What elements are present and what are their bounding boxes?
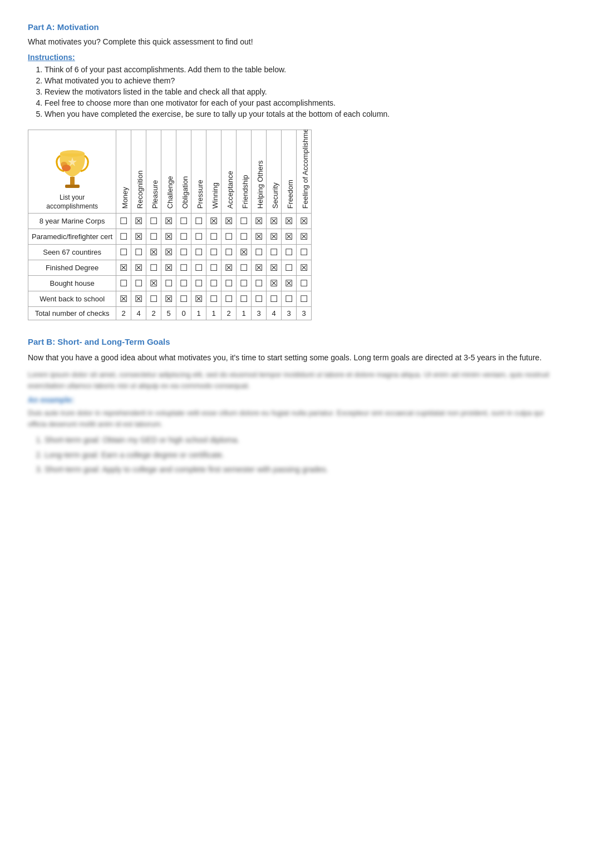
checkbox-cell-0-1[interactable]: ☒ [131, 214, 146, 229]
col-friendship: Friendship [237, 130, 252, 214]
checkbox-cell-3-1[interactable]: ☒ [131, 260, 146, 276]
checkbox-cell-0-8[interactable]: ☐ [237, 214, 252, 229]
checkbox-cell-5-9[interactable]: ☐ [252, 291, 267, 307]
checkbox-cell-2-0[interactable]: ☐ [116, 245, 131, 260]
checkbox-cell-4-9[interactable]: ☐ [252, 276, 267, 291]
trophy-cell: List youraccomplishments [28, 130, 116, 214]
checkbox-cell-2-9[interactable]: ☐ [252, 245, 267, 260]
checkbox-cell-1-1[interactable]: ☒ [131, 229, 146, 245]
checkbox-cell-2-10[interactable]: ☐ [267, 245, 282, 260]
checkbox-cell-5-8[interactable]: ☐ [237, 291, 252, 307]
checkbox-cell-0-2[interactable]: ☐ [146, 214, 161, 229]
checkbox-cell-5-5[interactable]: ☒ [191, 291, 206, 307]
blurred-list-item-2: Long-term goal: Earn a college degree or… [45, 449, 563, 461]
checkbox-cell-4-8[interactable]: ☐ [237, 276, 252, 291]
checkbox-cell-3-7[interactable]: ☒ [221, 260, 237, 276]
checkbox-cell-3-6[interactable]: ☐ [206, 260, 221, 276]
checkbox-cell-4-2[interactable]: ☒ [146, 276, 161, 291]
checkbox-cell-0-4[interactable]: ☐ [176, 214, 191, 229]
checkbox-cell-5-6[interactable]: ☐ [206, 291, 221, 307]
part-a-title: Part A: Motivation [28, 22, 563, 32]
checkbox-cell-4-11[interactable]: ☒ [282, 276, 297, 291]
checkbox-cell-3-9[interactable]: ☒ [252, 260, 267, 276]
checkbox-cell-1-3[interactable]: ☒ [161, 229, 176, 245]
checkbox-cell-0-6[interactable]: ☒ [206, 214, 221, 229]
checkbox-cell-2-2[interactable]: ☒ [146, 245, 161, 260]
row-label-4: Bought house [28, 276, 116, 291]
checkbox-cell-3-3[interactable]: ☒ [161, 260, 176, 276]
checkbox-cell-4-5[interactable]: ☐ [191, 276, 206, 291]
checkbox-cell-3-5[interactable]: ☐ [191, 260, 206, 276]
motivation-table-wrapper: List youraccomplishments Money Recogniti… [28, 130, 563, 320]
row-label-1: Paramedic/firefighter cert [28, 229, 116, 245]
checkbox-cell-4-4[interactable]: ☐ [176, 276, 191, 291]
checkbox-cell-0-9[interactable]: ☒ [252, 214, 267, 229]
checkbox-cell-3-11[interactable]: ☐ [282, 260, 297, 276]
checkbox-cell-2-8[interactable]: ☒ [237, 245, 252, 260]
checkbox-cell-3-0[interactable]: ☒ [116, 260, 131, 276]
part-b-section: Part B: Short- and Long-Term Goals Now t… [28, 337, 563, 475]
checkbox-cell-1-12[interactable]: ☒ [297, 229, 312, 245]
checkbox-cell-5-2[interactable]: ☐ [146, 291, 161, 307]
checkbox-cell-4-7[interactable]: ☐ [221, 276, 237, 291]
checkbox-cell-0-10[interactable]: ☒ [267, 214, 282, 229]
checkbox-cell-4-6[interactable]: ☐ [206, 276, 221, 291]
checkbox-cell-1-5[interactable]: ☐ [191, 229, 206, 245]
checkbox-cell-1-8[interactable]: ☐ [237, 229, 252, 245]
total-2: 2 [146, 307, 161, 320]
checkbox-cell-0-7[interactable]: ☒ [221, 214, 237, 229]
checkbox-cell-1-6[interactable]: ☐ [206, 229, 221, 245]
checkbox-cell-5-1[interactable]: ☒ [131, 291, 146, 307]
motivation-table: List youraccomplishments Money Recogniti… [28, 130, 312, 320]
total-0: 2 [116, 307, 131, 320]
col-helping-others: Helping Others [252, 130, 267, 214]
checkbox-cell-2-11[interactable]: ☐ [282, 245, 297, 260]
blurred-list: Short-term goal: Obtain my GED or high s… [45, 434, 563, 475]
checkbox-cell-1-11[interactable]: ☒ [282, 229, 297, 245]
checkbox-cell-5-11[interactable]: ☐ [282, 291, 297, 307]
checkbox-cell-5-10[interactable]: ☐ [267, 291, 282, 307]
row-label-2: Seen 67 countires [28, 245, 116, 260]
checkbox-cell-2-3[interactable]: ☒ [161, 245, 176, 260]
checkbox-cell-3-8[interactable]: ☐ [237, 260, 252, 276]
checkbox-cell-2-12[interactable]: ☐ [297, 245, 312, 260]
table-row: Seen 67 countires☐☐☒☒☐☐☐☐☒☐☐☐☐ [28, 245, 312, 260]
blurred-list-item-1: Short-term goal: Obtain my GED or high s… [45, 434, 563, 446]
checkbox-cell-1-10[interactable]: ☒ [267, 229, 282, 245]
checkbox-cell-0-11[interactable]: ☒ [282, 214, 297, 229]
checkbox-cell-1-9[interactable]: ☒ [252, 229, 267, 245]
checkbox-cell-3-2[interactable]: ☐ [146, 260, 161, 276]
checkbox-cell-5-12[interactable]: ☐ [297, 291, 312, 307]
checkbox-cell-5-0[interactable]: ☒ [116, 291, 131, 307]
checkbox-cell-4-10[interactable]: ☒ [267, 276, 282, 291]
checkbox-cell-1-7[interactable]: ☐ [221, 229, 237, 245]
checkbox-cell-3-4[interactable]: ☐ [176, 260, 191, 276]
checkbox-cell-2-4[interactable]: ☐ [176, 245, 191, 260]
checkbox-cell-1-2[interactable]: ☐ [146, 229, 161, 245]
instruction-4: Feel free to choose more than one motiva… [45, 98, 563, 107]
checkbox-cell-2-7[interactable]: ☐ [221, 245, 237, 260]
checkbox-cell-4-1[interactable]: ☐ [131, 276, 146, 291]
checkbox-cell-3-12[interactable]: ☒ [297, 260, 312, 276]
checkbox-cell-0-0[interactable]: ☐ [116, 214, 131, 229]
checkbox-cell-0-3[interactable]: ☒ [161, 214, 176, 229]
checkbox-cell-1-4[interactable]: ☐ [176, 229, 191, 245]
checkbox-cell-5-4[interactable]: ☐ [176, 291, 191, 307]
checkbox-cell-3-10[interactable]: ☒ [267, 260, 282, 276]
checkbox-cell-2-6[interactable]: ☐ [206, 245, 221, 260]
checkbox-cell-2-5[interactable]: ☐ [191, 245, 206, 260]
svg-rect-2 [70, 177, 75, 185]
checkbox-cell-1-0[interactable]: ☐ [116, 229, 131, 245]
total-10: 4 [267, 307, 282, 320]
checkbox-cell-4-12[interactable]: ☐ [297, 276, 312, 291]
accomplishment-label: List youraccomplishments [31, 194, 114, 211]
table-row: Paramedic/firefighter cert☐☒☐☒☐☐☐☐☐☒☒☒☒ [28, 229, 312, 245]
row-label-3: Finished Degree [28, 260, 116, 276]
checkbox-cell-0-12[interactable]: ☒ [297, 214, 312, 229]
checkbox-cell-5-7[interactable]: ☐ [221, 291, 237, 307]
checkbox-cell-4-0[interactable]: ☐ [116, 276, 131, 291]
checkbox-cell-0-5[interactable]: ☐ [191, 214, 206, 229]
checkbox-cell-4-3[interactable]: ☐ [161, 276, 176, 291]
checkbox-cell-2-1[interactable]: ☐ [131, 245, 146, 260]
checkbox-cell-5-3[interactable]: ☒ [161, 291, 176, 307]
